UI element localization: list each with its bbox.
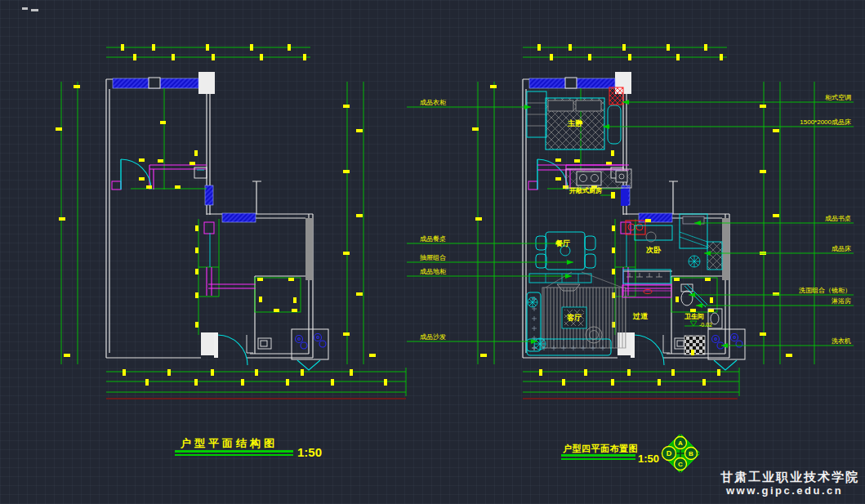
left-plan-structure[interactable] (56, 44, 406, 399)
right-bottom-dimension-lines (523, 368, 739, 396)
annotation-master-bed[interactable]: 1500*2000成品床 (784, 118, 851, 126)
index-letter-a[interactable]: A (678, 439, 683, 447)
room-label-dining[interactable]: 餐厅 (555, 239, 570, 248)
left-plan-title[interactable]: 户型平面结构图 (181, 436, 278, 451)
annotation-single-bed[interactable]: 成品床 (784, 245, 851, 252)
annotation-ac-unit[interactable]: 柜式空调 (784, 94, 851, 101)
index-letter-c[interactable]: C (678, 461, 683, 468)
kitchen-leader-tick (611, 192, 615, 198)
bathroom-level-value[interactable]: -0.02 (699, 321, 712, 329)
room-label-living-room[interactable]: 客厅 (567, 314, 582, 322)
annotation-washing-machine[interactable]: 洗衣机 (784, 337, 851, 345)
index-letter-d[interactable]: D (667, 449, 672, 457)
annotation-shower-room[interactable]: 淋浴房 (784, 297, 851, 305)
annotation-dining-table[interactable]: 成品餐桌 (397, 235, 446, 243)
room-label-second-bedroom[interactable]: 次卧 (646, 246, 661, 254)
index-letter-b[interactable]: B (689, 450, 693, 457)
screen-artifact (22, 7, 28, 10)
annotation-wardrobe[interactable]: 成品衣柜 (397, 99, 446, 106)
left-plan-scale[interactable]: 1:50 (297, 445, 322, 459)
annotation-tv-cabinet[interactable]: 成品地柜 (397, 268, 446, 275)
kitchen-furniture[interactable] (537, 165, 631, 206)
watermark-organization: 甘肃工业职业技术学院 (720, 470, 859, 485)
room-label-hallway[interactable]: 过道 (633, 312, 648, 320)
right-plan-title[interactable]: 户型四平面布置图 (563, 443, 638, 455)
watermark-url: www.gipc.edu.cn (726, 484, 843, 497)
master-bedroom-furniture[interactable] (527, 87, 623, 149)
right-plan-scale[interactable]: 1:50 (638, 453, 659, 465)
room-label-kitchen[interactable]: 开敞式厨房 (569, 187, 602, 195)
cad-model-space[interactable]: 主卧 开敞式厨房 餐厅 次卧 客厅 过道 卫生间 -0.02 成品衣柜 成品餐桌… (0, 0, 865, 504)
annotation-drawer-unit[interactable]: 抽屉组合 (397, 254, 446, 261)
hallway-furniture[interactable] (622, 270, 671, 297)
screen-artifact (31, 9, 38, 11)
room-label-bathroom[interactable]: 卫生间 (684, 313, 704, 321)
drawing-geometry[interactable] (0, 0, 865, 504)
annotation-sofa[interactable]: 成品沙发 (397, 333, 446, 341)
annotation-washbasin-mirror[interactable]: 洗面组合（镜柜） (784, 287, 851, 294)
room-label-master-bedroom[interactable]: 主卧 (568, 119, 582, 127)
annotation-desk[interactable]: 成品书桌 (784, 215, 851, 222)
